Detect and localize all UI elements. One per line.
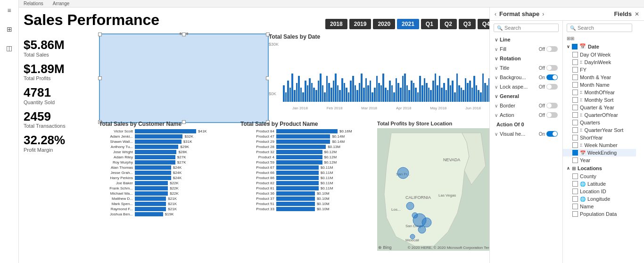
fields-item-population-data[interactable]: Population Data xyxy=(563,210,636,218)
quarteryear-sort-checkbox[interactable] xyxy=(572,127,578,133)
lock-toggle-track[interactable] xyxy=(546,84,558,90)
year-btn-2021[interactable]: 2021 xyxy=(397,19,419,29)
month-year-checkbox[interactable] xyxy=(572,74,578,80)
lock-toggle[interactable]: Off xyxy=(539,84,558,90)
monthly-sort-checkbox[interactable] xyxy=(572,97,578,103)
format-section-general[interactable]: ∨ General xyxy=(490,91,562,101)
border-toggle-track[interactable] xyxy=(546,103,558,108)
format-item-lock[interactable]: ∨ Lock aspe... Off xyxy=(490,82,562,91)
fields-item-quarteryear-sort[interactable]: Σ QuarterYear Sort xyxy=(563,126,636,134)
action-toggle-track[interactable] xyxy=(546,112,558,118)
format-item-visual-header[interactable]: ∨ Visual he... On xyxy=(490,129,562,139)
topbar-relations[interactable]: Relations xyxy=(24,1,43,6)
format-section-action-of-0[interactable]: Action Of 0 xyxy=(490,120,562,129)
monthofyear-checkbox[interactable] xyxy=(572,90,578,95)
fields-item-weekending[interactable]: 📅 WeekEnding xyxy=(563,149,636,156)
fields-item-year[interactable]: Year xyxy=(563,156,636,164)
selected-chart[interactable] xyxy=(99,33,269,123)
visual-header-toggle[interactable]: On xyxy=(539,131,558,137)
fy-checkbox[interactable] xyxy=(572,67,578,73)
dayofweek-checkbox[interactable] xyxy=(572,52,578,58)
sidebar-icon-1[interactable]: ≡ xyxy=(4,5,15,16)
fields-search-input[interactable] xyxy=(578,25,629,31)
resize-handle-tm[interactable] xyxy=(182,33,186,36)
map-section[interactable]: Total Profits by Store Location NEVADA C… xyxy=(377,121,495,262)
title-toggle-track[interactable] xyxy=(546,65,558,71)
svg-point-12 xyxy=(422,218,431,227)
fields-item-county[interactable]: County xyxy=(563,173,636,180)
sidebar-icon-3[interactable]: ◫ xyxy=(4,42,15,54)
format-forward-btn[interactable]: › xyxy=(542,11,544,17)
fields-item-longitude[interactable]: 🌐 Longitude xyxy=(563,195,636,203)
fields-item-location-id[interactable]: Location ID xyxy=(563,188,636,195)
fields-item-quarterofyear[interactable]: Σ QuarterOfYear xyxy=(563,111,636,119)
product-chart[interactable]: Total Sales by Product Name Product 84$0… xyxy=(240,121,375,262)
quarter-btn-q2[interactable]: Q2 xyxy=(440,19,457,29)
fields-item-monthofyear[interactable]: Σ MonthOfYear xyxy=(563,89,636,96)
fields-item-dayofweek[interactable]: Day Of Week xyxy=(563,51,636,58)
title-toggle[interactable]: Off xyxy=(539,65,558,71)
format-back-btn[interactable]: ‹ xyxy=(495,11,496,17)
fields-section-date[interactable]: ∨ 📅 Date xyxy=(563,42,636,51)
shortyear-checkbox[interactable] xyxy=(572,135,578,140)
action-toggle[interactable]: Off xyxy=(539,112,558,118)
fields-item-month-year[interactable]: Month & Year xyxy=(563,74,636,81)
week-number-checkbox[interactable] xyxy=(572,142,578,148)
county-checkbox[interactable] xyxy=(572,173,578,179)
fields-item-dayinweek[interactable]: Σ DayInWeek xyxy=(563,58,636,66)
product-bar-label: Product 81 xyxy=(240,186,274,190)
date-checkbox[interactable] xyxy=(572,44,578,49)
fields-search-box[interactable]: 🔍 xyxy=(567,24,632,32)
longitude-checkbox[interactable] xyxy=(572,196,578,202)
dayinweek-checkbox[interactable] xyxy=(572,59,578,65)
quarter-btn-q3[interactable]: Q3 xyxy=(459,19,476,29)
fields-item-quarter-year[interactable]: Quarter & Year xyxy=(563,104,636,111)
visual-header-toggle-track[interactable] xyxy=(546,131,558,137)
format-item-action[interactable]: ∨ Action Off xyxy=(490,110,562,120)
year-btn-2018[interactable]: 2018 xyxy=(325,19,347,29)
fields-item-monthly-sort[interactable]: Σ Monthly Sort xyxy=(563,96,636,104)
format-item-title[interactable]: ∨ Title Off xyxy=(490,63,562,73)
fields-item-name[interactable]: Name xyxy=(563,203,636,210)
format-search-input[interactable] xyxy=(504,25,555,31)
format-item-background[interactable]: ∨ Backgrou... On xyxy=(490,73,562,82)
sales-date-chart[interactable]: Total Sales by Date $30K $0K Jan 2018 Fe… xyxy=(269,33,490,116)
population-data-checkbox[interactable] xyxy=(572,211,578,217)
format-search-box[interactable]: 🔍 xyxy=(494,24,559,32)
fields-item-fy[interactable]: FY xyxy=(563,66,636,74)
sidebar-icon-2[interactable]: ⊞ xyxy=(4,24,15,35)
quarterofyear-checkbox[interactable] xyxy=(572,112,578,118)
resize-handle-tl[interactable] xyxy=(98,33,102,36)
fill-toggle-track[interactable] xyxy=(546,46,558,52)
location-id-checkbox[interactable] xyxy=(572,189,578,194)
fill-toggle[interactable]: Off xyxy=(539,46,558,52)
customer-bar xyxy=(135,176,171,180)
fields-item-latitude[interactable]: 🌐 Latitude xyxy=(563,180,636,188)
border-toggle[interactable]: Off xyxy=(539,103,558,108)
quarters-checkbox[interactable] xyxy=(572,120,578,125)
fields-item-shortyear[interactable]: ShortYear xyxy=(563,134,636,141)
format-section-line[interactable]: ∨ Line xyxy=(490,35,562,44)
fields-item-month-name[interactable]: Month Name xyxy=(563,81,636,89)
weekending-checkbox[interactable] xyxy=(572,150,578,156)
format-item-fill[interactable]: ∨ Fill Off xyxy=(490,44,562,54)
bg-toggle[interactable]: On xyxy=(539,74,558,80)
customer-chart[interactable]: Total Sales by Customer Name Victor Scot… xyxy=(99,121,238,262)
format-section-rotation[interactable]: ∨ Rotation xyxy=(490,54,562,63)
fields-close-btn[interactable]: ✕ xyxy=(635,11,639,17)
month-name-checkbox[interactable] xyxy=(572,82,578,88)
resize-handle-ml[interactable] xyxy=(98,76,102,80)
year-checkbox[interactable] xyxy=(572,157,578,163)
fields-section-locations[interactable]: ∧ ⊞ Locations xyxy=(563,164,636,173)
fields-item-week-number[interactable]: Σ Week Number xyxy=(563,141,636,149)
bg-toggle-track[interactable] xyxy=(546,74,558,80)
quarter-btn-q1[interactable]: Q1 xyxy=(421,19,438,29)
year-btn-2020[interactable]: 2020 xyxy=(373,19,395,29)
year-btn-2019[interactable]: 2019 xyxy=(349,19,372,29)
latitude-checkbox[interactable] xyxy=(572,181,578,187)
quarter-year-checkbox[interactable] xyxy=(572,105,578,110)
format-item-border[interactable]: ∨ Border Off xyxy=(490,101,562,110)
name-checkbox[interactable] xyxy=(572,204,578,209)
fields-item-quarters[interactable]: Quarters xyxy=(563,119,636,126)
topbar-arrange[interactable]: Arrange xyxy=(53,1,70,6)
